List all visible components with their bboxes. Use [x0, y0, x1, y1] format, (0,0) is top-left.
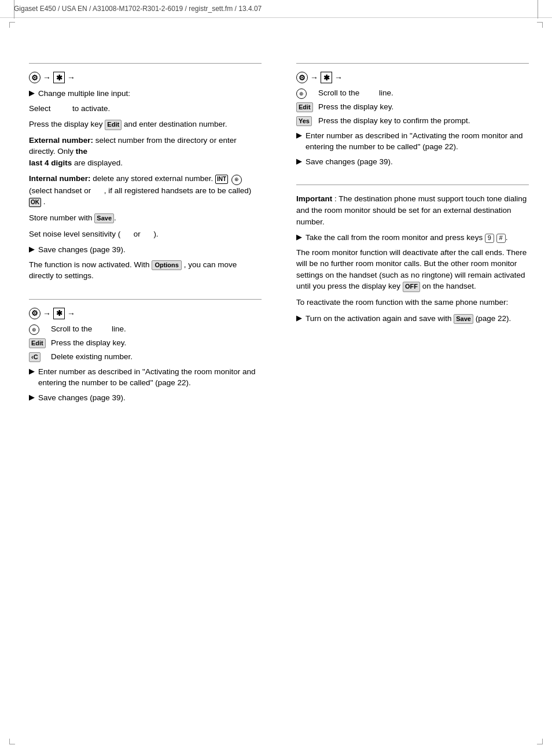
- press-edit-text: Press the display key: [29, 120, 103, 128]
- scroll-line-end-left2: line.: [112, 324, 126, 333]
- scroll-icon-cell-left2: ⊕: [29, 324, 51, 335]
- divider-top-left: [29, 63, 262, 64]
- divider-right-2: [296, 185, 529, 185]
- edit-badge-right1: Edit: [296, 102, 313, 112]
- reactivate-para: To reactivate the room function with the…: [296, 297, 529, 308]
- key-hash-box: #: [496, 234, 506, 243]
- left-section-2: ⚙ → ✱ → ⊕ Scroll to the line.: [29, 299, 262, 403]
- store-number-para: Store number with Save.: [29, 212, 262, 224]
- corner-bl: [9, 739, 15, 744]
- nav-icons-row-2: ⚙ → ✱ →: [29, 308, 262, 319]
- star-box-icon-2: ✱: [53, 308, 65, 319]
- options-badge: Options: [152, 260, 182, 270]
- page-header: Gigaset E450 / USA EN / A31008-M1702-R30…: [0, 0, 552, 18]
- corner-tr: [537, 22, 543, 28]
- key-9-box: 9: [485, 234, 494, 243]
- bullet-text-enter-right1: Enter number as described in "Activating…: [306, 130, 529, 153]
- scroll-icon-cell-right1: ⊕: [296, 88, 318, 99]
- edit-desc-left2: Press the display key.: [51, 338, 262, 349]
- gear-circle-icon: ⚙: [29, 72, 41, 83]
- bullet-text-take: Take the call from the room monitor and …: [306, 232, 529, 244]
- last4-bold: last 4 digits: [29, 158, 72, 167]
- internal-bold: Internal number:: [29, 174, 91, 183]
- press-edit-para: Press the display key Edit and enter des…: [29, 119, 262, 130]
- important-bold: Important: [296, 194, 332, 203]
- yes-row-right1: Yes Press the display key to confirm the…: [296, 116, 529, 127]
- if-all-text: , if all registered handsets are to be c…: [104, 186, 251, 195]
- del-icon-cell-left2: ‹C: [29, 352, 51, 362]
- deactivate-para: The room monitor function will deactivat…: [296, 247, 529, 292]
- arrow-2: →: [67, 73, 75, 82]
- gear-circle-icon-2: ⚙: [29, 308, 41, 319]
- yes-desc-right1: Press the display key to confirm the pro…: [318, 116, 529, 127]
- scroll-line-left2: Scroll to the: [51, 324, 92, 333]
- bullet-text-change-input: Change multiple line input:: [38, 88, 262, 99]
- corner-tl: [9, 22, 15, 28]
- nav-icons-row-right1: ⚙ → ✱ →: [296, 72, 529, 83]
- noise-or: or: [134, 230, 141, 238]
- del-badge-left2: ‹C: [29, 352, 41, 362]
- store-text: Store number with: [29, 213, 93, 222]
- del-desc-left2: Delete existing number.: [51, 352, 262, 363]
- scroll-nav-icon-right1: ⊕: [296, 88, 307, 99]
- save-page-text: (page 22).: [476, 314, 511, 323]
- edit-badge-1: Edit: [105, 120, 122, 130]
- right-section-2: Important : The destination phone must s…: [296, 185, 529, 324]
- bullet-arrow-save-right1: ▶: [296, 157, 302, 165]
- take-call-text: Take the call from the room monitor and …: [306, 233, 483, 242]
- left-column: ⚙ → ✱ → ▶ Change multiple line input: Se…: [29, 53, 273, 410]
- external-number-para: External number: select number from the …: [29, 135, 262, 169]
- scroll-nav-icon-left2: ⊕: [29, 324, 39, 335]
- star-box-icon-right1: ✱: [321, 72, 332, 83]
- save-badge-right2: Save: [454, 314, 473, 324]
- gear-circle-icon-right1: ⚙: [296, 72, 308, 83]
- bullet-arrow-save-left2: ▶: [29, 393, 35, 401]
- edit-badge-left2: Edit: [29, 338, 46, 348]
- bullet-arrow-take: ▶: [296, 233, 302, 241]
- arrow-right1: →: [310, 73, 318, 82]
- left-section-1: ⚙ → ✱ → ▶ Change multiple line input: Se…: [29, 63, 262, 282]
- and-enter-text: and enter destination number.: [124, 120, 227, 128]
- the-bold: the: [76, 147, 87, 156]
- activated-text: The function is now activated. With: [29, 260, 150, 269]
- scroll-desc-right1: Scroll to the line.: [318, 88, 529, 99]
- right-column: ⚙ → ✱ → ⊕ Scroll to the line.: [290, 53, 529, 410]
- edit-row-left2: Edit Press the display key.: [29, 338, 262, 349]
- edit-icon-cell-right1: Edit: [296, 102, 318, 112]
- bullet-text-save1: Save changes (page 39).: [38, 244, 262, 256]
- bullet-text-enter-left2: Enter number as described in "Activating…: [38, 366, 262, 389]
- edit-row-right1: Edit Press the display key.: [296, 102, 529, 113]
- scroll-row-right1: ⊕ Scroll to the line.: [296, 88, 529, 99]
- divider-left-2: [29, 299, 262, 300]
- edit-desc-right1: Press the display key.: [318, 102, 529, 113]
- important-para: Important : The destination phone must s…: [296, 193, 529, 227]
- bullet-turn-on: ▶ Turn on the activation again and save …: [296, 313, 529, 324]
- bullet-enter-left2: ▶ Enter number as described in "Activati…: [29, 366, 262, 389]
- bullet-change-input: ▶ Change multiple line input:: [29, 88, 262, 99]
- noise-text: Set noise level sensitivity (: [29, 230, 120, 238]
- bullet-save-left2: ▶ Save changes (page 39).: [29, 392, 262, 404]
- yes-icon-cell-right1: Yes: [296, 116, 318, 126]
- right-section-1: ⚙ → ✱ → ⊕ Scroll to the line.: [296, 63, 529, 167]
- select-activate-text: Select to activate.: [29, 103, 262, 115]
- scroll-line-right1: Scroll to the: [318, 88, 359, 97]
- turn-on-text: Turn on the activation again and save wi…: [306, 314, 451, 323]
- main-content: ⚙ → ✱ → ▶ Change multiple line input: Se…: [0, 18, 552, 433]
- corner-br: [537, 739, 543, 744]
- divider-top-right: [296, 63, 529, 64]
- bullet-arrow-save1: ▶: [29, 245, 35, 253]
- to-activate-text: to activate.: [72, 104, 110, 113]
- scroll-row-left2: ⊕ Scroll to the line.: [29, 324, 262, 335]
- bullet-text-turn: Turn on the activation again and save wi…: [306, 313, 529, 324]
- external-bold: External number:: [29, 136, 93, 145]
- noise-close: ).: [153, 230, 158, 238]
- bullet-arrow-turn: ▶: [296, 314, 302, 322]
- scroll-icon-inline: ⊕: [231, 175, 242, 185]
- internal-number-para: Internal number: delete any stored exter…: [29, 173, 262, 208]
- bullet-save-right1: ▶ Save changes (page 39).: [296, 156, 529, 168]
- bullet-text-save-right1: Save changes (page 39).: [306, 156, 529, 168]
- scroll-desc-left2: Scroll to the line.: [51, 324, 262, 335]
- bullet-arrow-enter-right1: ▶: [296, 131, 302, 139]
- yes-badge-right1: Yes: [296, 116, 312, 126]
- internal-rest: delete any stored external number.: [93, 174, 213, 183]
